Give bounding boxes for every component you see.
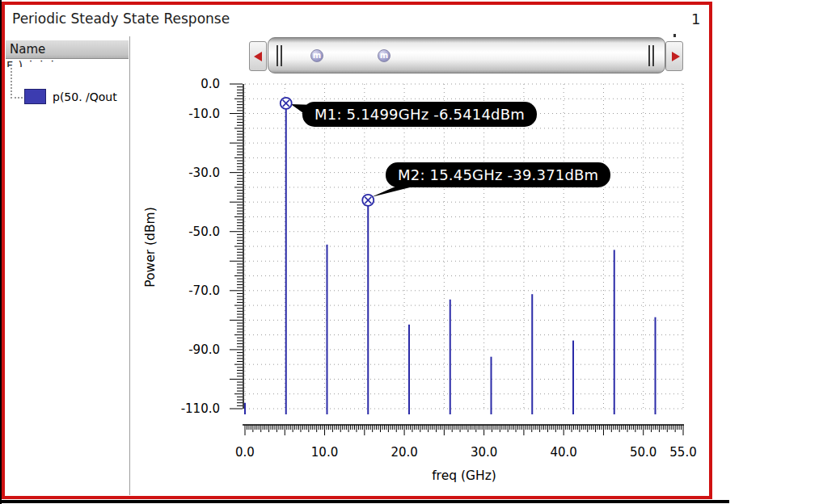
marker-glyph-m2[interactable] (362, 195, 374, 206)
viva-plot-window: { "window": { "title": "Periodic Steady … (0, 0, 819, 504)
marker-label-m2[interactable]: M2: 15.45GHz -39.371dBm (386, 162, 610, 187)
marker-label-tail-m2 (371, 187, 413, 197)
plot-canvas[interactable] (0, 0, 819, 504)
marker-label-m1[interactable]: M1: 5.1499GHz -6.5414dBm (302, 102, 537, 127)
marker-glyph-m1[interactable] (281, 98, 292, 109)
